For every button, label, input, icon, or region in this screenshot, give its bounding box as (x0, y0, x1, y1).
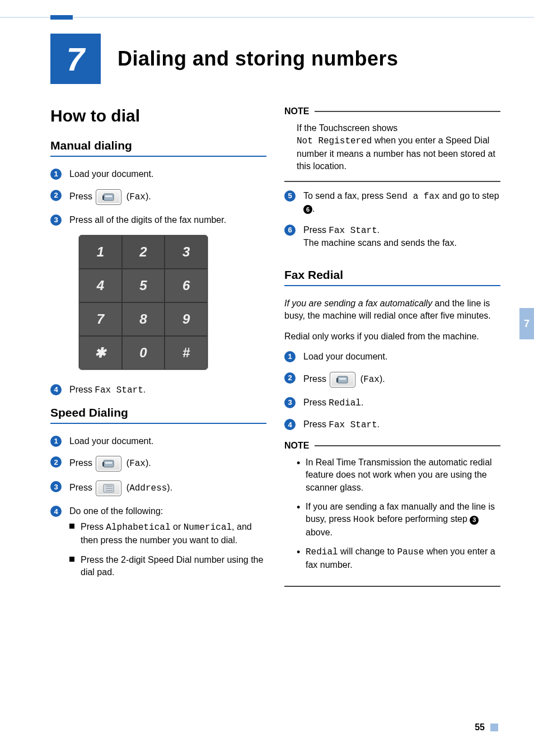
subhead-manual-dialing: Manual dialing (50, 139, 266, 152)
speed-step-3: 3 Press (Address). (50, 480, 266, 496)
manual-step-4: 4 Press Fax Start. (50, 384, 266, 397)
svg-rect-1 (105, 195, 112, 197)
top-decor-rule (0, 17, 534, 18)
step-text: Press (Fax). (69, 189, 266, 205)
step-badge: 2 (284, 372, 296, 384)
page-number: 55 (475, 722, 485, 732)
key-5[interactable]: 5 (122, 269, 165, 302)
dial-keypad: 1 2 3 4 5 6 7 8 9 ✱ 0 # (78, 235, 208, 370)
speed-step-4: 4 Do one of the following: Press Alphabe… (50, 505, 266, 586)
step-badge: 1 (50, 169, 62, 180)
svg-rect-11 (339, 378, 346, 380)
step-badge: 4 (50, 506, 62, 517)
address-book-icon (96, 480, 121, 496)
step-badge: 4 (284, 419, 296, 430)
right-step-5: 5 To send a fax, press Send a fax and go… (284, 190, 500, 215)
subhead-fax-redial: Fax Redial (284, 268, 500, 282)
divider (50, 156, 266, 157)
step-badge: 2 (50, 456, 62, 468)
section-how-to-dial: How to dial (50, 106, 266, 125)
step-text: Press (Fax). (69, 456, 266, 472)
note-label: NOTE (284, 106, 309, 116)
step-text: Load your document. (69, 435, 266, 447)
page-number-decor (490, 724, 498, 731)
side-chapter-tab: 7 (519, 308, 534, 339)
key-0[interactable]: 0 (122, 336, 165, 370)
redial-para-2: Redial only works if you dialed from the… (284, 330, 500, 343)
manual-step-1: 1 Load your document. (50, 168, 266, 180)
left-column: How to dial Manual dialing 1 Load your d… (50, 106, 266, 595)
right-step-6: 6 Press Fax Start. The machine scans and… (284, 224, 500, 249)
page-footer: 55 (475, 722, 498, 732)
note-rule (315, 445, 500, 446)
step-text: Press Redial. (303, 396, 500, 410)
chapter-number-box: 7 (50, 34, 101, 84)
step-text: Press (Address). (69, 480, 266, 496)
step-badge: 2 (50, 190, 62, 201)
fax-machine-icon (330, 372, 355, 388)
key-4[interactable]: 4 (79, 269, 122, 302)
key-7[interactable]: 7 (79, 302, 122, 336)
speed-option-a: Press Alphabetical or Numerical, and the… (69, 521, 266, 546)
redial-step-3: 3 Press Redial. (284, 396, 500, 410)
key-3[interactable]: 3 (165, 235, 208, 269)
step-badge: 1 (50, 436, 62, 447)
key-8[interactable]: 8 (122, 302, 165, 336)
right-column: NOTE If the Touchscreen shows Not Regist… (284, 106, 500, 595)
inline-step-6-ref: 6 (303, 205, 312, 214)
divider (50, 423, 266, 424)
chapter-title: Dialing and storing numbers (118, 47, 399, 71)
note2-bullet-2: If you are sending a fax manually and th… (297, 501, 500, 539)
step-text: Press Fax Start. The machine scans and s… (303, 224, 500, 249)
manual-step-2: 2 Press (Fax). (50, 189, 266, 205)
note-body: In Real Time Transmission the automatic … (284, 454, 500, 587)
inline-step-3-ref: 3 (470, 516, 479, 525)
speed-step-2: 2 Press (Fax). (50, 456, 266, 472)
key-1[interactable]: 1 (79, 235, 122, 269)
chapter-header: 7 Dialing and storing numbers (50, 34, 500, 84)
divider (284, 285, 500, 286)
manual-step-3: 3 Press all of the digits of the fax num… (50, 214, 266, 226)
note-not-registered: NOTE If the Touchscreen shows Not Regist… (284, 106, 500, 182)
note2-bullet-3: Redial will change to Pause when you ent… (297, 545, 500, 571)
fax-machine-icon (96, 189, 121, 205)
step-badge: 3 (50, 214, 62, 226)
note2-bullet-1: In Real Time Transmission the automatic … (297, 456, 500, 494)
key-6[interactable]: 6 (165, 269, 208, 302)
speed-option-b: Press the 2-digit Speed Dial number usin… (69, 554, 266, 578)
key-2[interactable]: 2 (122, 235, 165, 269)
step-text: Do one of the following: Press Alphabeti… (69, 505, 266, 586)
redial-step-1: 1 Load your document. (284, 351, 500, 363)
side-tab-number: 7 (524, 318, 530, 330)
step-text: Load your document. (69, 168, 266, 180)
svg-rect-2 (102, 195, 104, 200)
svg-rect-4 (105, 462, 112, 464)
step-badge: 3 (50, 481, 62, 492)
key-star[interactable]: ✱ (79, 336, 122, 370)
speed-step-1: 1 Load your document. (50, 435, 266, 447)
step-badge: 1 (284, 351, 296, 362)
note-label: NOTE (284, 441, 309, 451)
step-badge: 4 (50, 384, 62, 395)
step-badge: 6 (284, 225, 296, 236)
step-text: Press Fax Start. (69, 384, 266, 397)
step-text: Press (Fax). (303, 372, 500, 388)
svg-rect-12 (336, 378, 338, 382)
note-rule (315, 111, 500, 112)
key-hash[interactable]: # (165, 336, 208, 370)
fax-machine-icon (96, 456, 121, 472)
step-text: Press Fax Start. (303, 418, 500, 432)
step-text: Load your document. (303, 351, 500, 363)
redial-step-4: 4 Press Fax Start. (284, 418, 500, 432)
note-body: If the Touchscreen shows Not Registered … (284, 120, 500, 182)
key-9[interactable]: 9 (165, 302, 208, 336)
step-text: To send a fax, press Send a fax and go t… (303, 190, 500, 215)
note-redial-details: NOTE In Real Time Transmission the autom… (284, 441, 500, 587)
subhead-speed-dialing: Speed Dialing (50, 406, 266, 419)
chapter-number: 7 (67, 40, 85, 78)
step-badge: 3 (284, 397, 296, 408)
svg-rect-5 (102, 462, 104, 466)
step-text: Press all of the digits of the fax numbe… (69, 214, 266, 226)
redial-para-1: If you are sending a fax automatically a… (284, 297, 500, 323)
step-badge: 5 (284, 190, 296, 202)
